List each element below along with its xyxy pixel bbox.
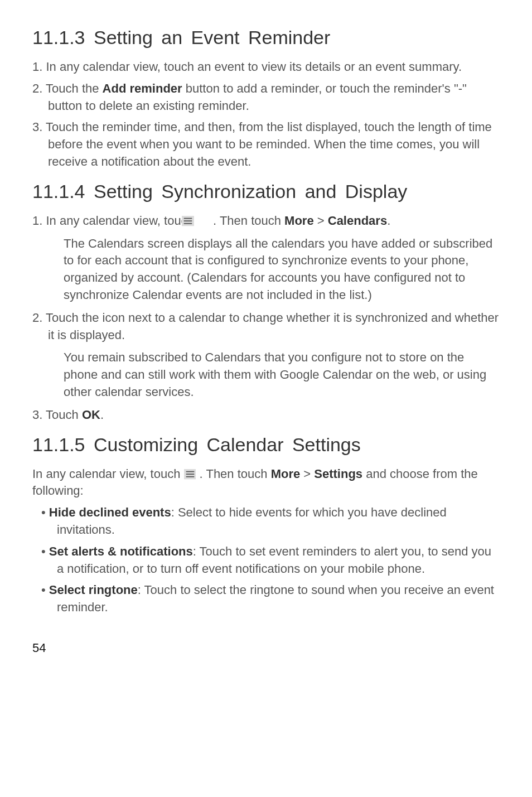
- bullet-bold: Select ringtone: [49, 583, 138, 597]
- gt-sep: >: [300, 467, 314, 481]
- step-bold: Add reminder: [103, 81, 182, 95]
- bullet-bold: Hide declined events: [49, 505, 171, 519]
- menu-icon: [184, 467, 196, 477]
- gt-sep: >: [314, 214, 328, 228]
- bullet-bold: Set alerts & notifications: [49, 544, 193, 558]
- step-1114-3: 3. Touch OK.: [32, 407, 500, 424]
- intro-bold-settings: Settings: [314, 467, 362, 481]
- svg-rect-2: [184, 221, 192, 222]
- svg-rect-1: [184, 218, 192, 219]
- step-number: 1.: [32, 60, 42, 74]
- step-1113-3: 3. Touch the reminder time, and then, fr…: [32, 119, 500, 170]
- section-heading-1113: 11.1.3 Setting an Event Reminder: [32, 27, 500, 49]
- step-text-end: .: [100, 408, 104, 422]
- bullet-select-ringtone: Select ringtone: Touch to select the rin…: [32, 582, 500, 616]
- svg-rect-5: [186, 471, 194, 472]
- intro-1115: In any calendar view, touch . Then touch…: [32, 466, 500, 500]
- svg-rect-3: [184, 223, 192, 224]
- svg-rect-6: [186, 474, 194, 475]
- step-bold-calendars: Calendars: [328, 214, 387, 228]
- step-1113-2: 2. Touch the Add reminder button to add …: [32, 80, 500, 115]
- step-text-pre: Touch the: [46, 81, 103, 95]
- section-heading-1115: 11.1.5 Customizing Calendar Settings: [32, 434, 500, 456]
- step-1113-1: 1. In any calendar view, touch an event …: [32, 59, 500, 76]
- step-text-pre: 3. Touch: [32, 408, 82, 422]
- section-heading-1114: 11.1.4 Setting Synchronization and Displ…: [32, 181, 500, 202]
- step-text-mid: . Then touch: [210, 214, 284, 228]
- bullet-hide-declined: Hide declined events: Select to hide eve…: [32, 504, 500, 539]
- step-text: Touch the reminder time, and then, from …: [46, 120, 492, 168]
- menu-icon: [197, 214, 210, 224]
- intro-pre: In any calendar view, touch: [32, 467, 184, 481]
- step-1114-1-detail: The Calendars screen displays all the ca…: [32, 235, 500, 304]
- step-1114-2: 2. Touch the icon next to a calendar to …: [32, 310, 500, 344]
- step-number: 3.: [32, 120, 42, 134]
- bullet-set-alerts: Set alerts & notifications: Touch to set…: [32, 543, 500, 578]
- step-bold-more: More: [284, 214, 314, 228]
- intro-bold-more: More: [271, 467, 301, 481]
- step-number: 2.: [32, 81, 42, 95]
- step-text-end: .: [387, 214, 390, 228]
- step-text-pre: 1. In any calendar view, touch: [32, 214, 197, 228]
- step-1114-1: 1. In any calendar view, touch . Then to…: [32, 212, 500, 230]
- step-text: In any calendar view, touch an event to …: [46, 60, 462, 74]
- step-bold-ok: OK: [82, 408, 100, 422]
- intro-mid: . Then touch: [196, 467, 271, 481]
- svg-rect-7: [186, 476, 194, 477]
- page-number: 54: [32, 641, 500, 655]
- step-1114-2-detail: You remain subscribed to Calendars that …: [32, 349, 500, 400]
